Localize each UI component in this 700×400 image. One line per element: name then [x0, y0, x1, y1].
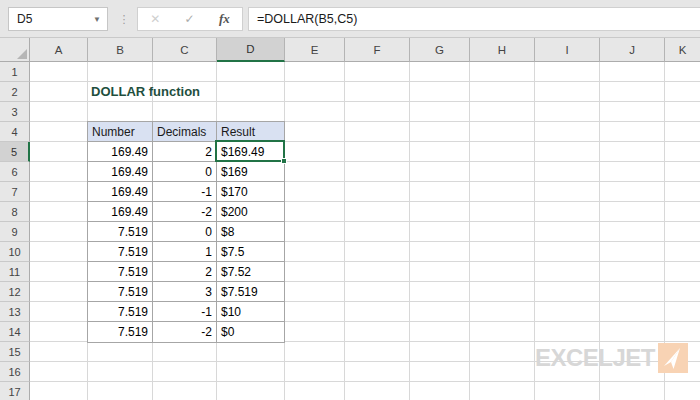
table-cell[interactable]: 3 [153, 282, 217, 302]
table-cell[interactable]: 7.519 [88, 262, 153, 282]
cell[interactable] [665, 302, 700, 322]
name-box-dropdown-icon[interactable]: ▼ [93, 15, 101, 24]
cell[interactable] [88, 382, 153, 400]
cell[interactable] [345, 322, 410, 342]
cell[interactable] [345, 62, 410, 82]
row-header-13[interactable]: 13 [0, 302, 30, 322]
cell[interactable] [345, 242, 410, 262]
cell[interactable] [535, 222, 600, 242]
cell[interactable] [665, 102, 700, 122]
cell[interactable] [285, 242, 345, 262]
cell[interactable] [345, 82, 410, 102]
table-cell[interactable]: 169.49 [88, 182, 153, 202]
cell[interactable] [410, 302, 470, 322]
name-box[interactable]: D5 ▼ [8, 7, 108, 31]
cancel-icon[interactable]: ✕ [150, 12, 160, 26]
cell[interactable] [30, 382, 88, 400]
cell[interactable] [470, 242, 535, 262]
cell[interactable] [410, 122, 470, 142]
table-cell[interactable]: $0 [217, 322, 284, 342]
cell[interactable] [88, 102, 153, 122]
cell[interactable] [470, 182, 535, 202]
cell[interactable] [345, 362, 410, 382]
cell[interactable] [285, 202, 345, 222]
cell[interactable] [30, 282, 88, 302]
cell[interactable] [600, 122, 665, 142]
cell[interactable] [285, 302, 345, 322]
cell[interactable] [665, 82, 700, 102]
cell[interactable] [470, 282, 535, 302]
cell[interactable] [535, 322, 600, 342]
cell[interactable] [345, 222, 410, 242]
row-header-11[interactable]: 11 [0, 262, 30, 282]
cell[interactable] [153, 342, 217, 362]
cell[interactable] [535, 62, 600, 82]
column-header-F[interactable]: F [345, 38, 410, 62]
cell[interactable] [88, 362, 153, 382]
cell[interactable] [345, 302, 410, 322]
cell[interactable] [535, 142, 600, 162]
cell[interactable] [535, 82, 600, 102]
cell[interactable] [470, 162, 535, 182]
cell[interactable] [600, 222, 665, 242]
cell[interactable] [665, 162, 700, 182]
cell[interactable] [345, 182, 410, 202]
table-cell[interactable]: 169.49 [88, 202, 153, 222]
enter-icon[interactable]: ✓ [185, 12, 195, 26]
column-header-D[interactable]: D [217, 38, 285, 62]
cell[interactable] [665, 222, 700, 242]
cell[interactable] [535, 182, 600, 202]
table-header-cell[interactable]: Decimals [153, 122, 217, 142]
cell[interactable] [88, 342, 153, 362]
column-header-E[interactable]: E [285, 38, 345, 62]
cell[interactable] [535, 122, 600, 142]
cell[interactable] [345, 342, 410, 362]
cell[interactable] [410, 282, 470, 302]
row-header-10[interactable]: 10 [0, 242, 30, 262]
column-header-K[interactable]: K [665, 38, 700, 62]
cell[interactable] [470, 322, 535, 342]
cell[interactable] [470, 142, 535, 162]
cell[interactable] [30, 82, 88, 102]
cell[interactable] [345, 282, 410, 302]
cell[interactable] [665, 122, 700, 142]
column-header-A[interactable]: A [30, 38, 88, 62]
row-header-3[interactable]: 3 [0, 102, 30, 122]
table-cell[interactable]: $8 [217, 222, 284, 242]
cell[interactable] [470, 82, 535, 102]
cell[interactable] [285, 222, 345, 242]
cell[interactable] [217, 62, 285, 82]
cell[interactable] [600, 202, 665, 222]
select-all-button[interactable] [0, 38, 30, 62]
cell[interactable] [285, 282, 345, 302]
fill-handle[interactable] [281, 158, 287, 164]
cell[interactable] [153, 62, 217, 82]
column-header-G[interactable]: G [410, 38, 470, 62]
cell[interactable] [217, 382, 285, 400]
insert-function-icon[interactable]: fx [219, 11, 230, 27]
cell[interactable] [285, 122, 345, 142]
cell[interactable] [217, 82, 285, 102]
cell[interactable] [30, 302, 88, 322]
cell[interactable] [285, 142, 345, 162]
cell[interactable] [410, 382, 470, 400]
table-header-cell[interactable]: Result [217, 122, 284, 142]
cell[interactable] [665, 182, 700, 202]
cell[interactable] [600, 262, 665, 282]
cell[interactable] [535, 302, 600, 322]
cell[interactable] [285, 62, 345, 82]
cell[interactable] [410, 182, 470, 202]
cell[interactable] [410, 142, 470, 162]
cell[interactable] [470, 222, 535, 242]
row-header-17[interactable]: 17 [0, 382, 30, 400]
cell[interactable] [410, 242, 470, 262]
cell[interactable] [285, 162, 345, 182]
cell[interactable] [345, 382, 410, 400]
cell[interactable] [600, 282, 665, 302]
cell[interactable] [30, 322, 88, 342]
column-header-I[interactable]: I [535, 38, 600, 62]
cell[interactable] [665, 382, 700, 400]
table-cell[interactable]: -1 [153, 302, 217, 322]
cell[interactable] [600, 82, 665, 102]
cell[interactable] [30, 142, 88, 162]
